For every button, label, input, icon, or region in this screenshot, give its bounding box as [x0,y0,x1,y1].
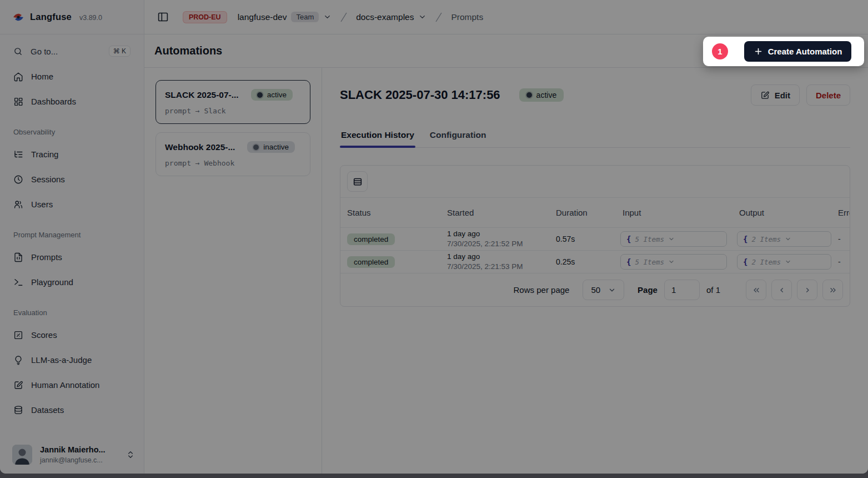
screenshot-dim-overlay [0,0,868,478]
create-automation-button[interactable]: Create Automation [744,41,851,62]
annotation-step-badge: 1 [712,43,728,59]
plus-icon [754,47,763,56]
annotation-callout: 1 Create Automation [703,37,864,66]
